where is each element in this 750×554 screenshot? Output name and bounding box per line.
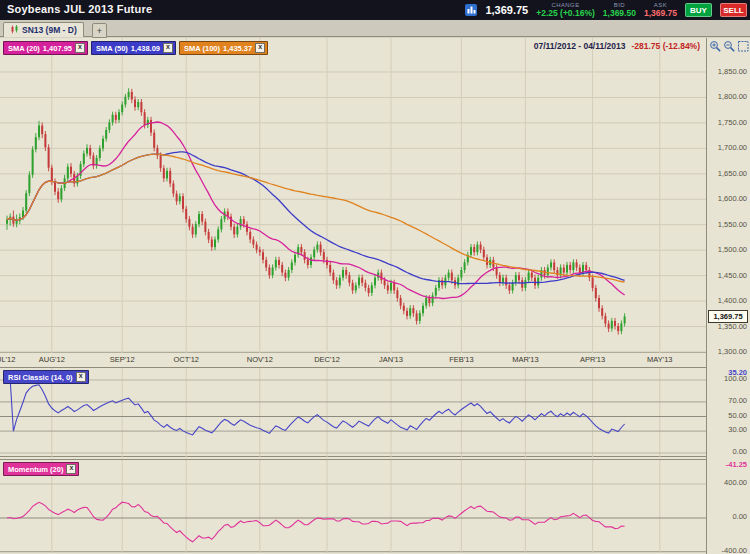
close-icon[interactable]: x [76,372,86,382]
change-value: +2.25 (+0.16%) [536,8,595,18]
bid-value: 1,369.50 [603,8,636,18]
x-axis-label: APR'13 [580,355,605,364]
x-axis-label: JUL'12 [0,355,15,364]
rsi-chart[interactable] [0,368,706,458]
trading-app-window: Soybeans JUL 2013 Future 1,369.75 CHANGE… [0,0,750,554]
ask-group: ASK 1,369.75 [644,2,677,18]
tab-bar: SN13 (9M - D) + [0,20,750,37]
momentum-chart[interactable] [0,460,706,553]
x-axis-label: AUG'12 [39,355,65,364]
add-tab-button[interactable]: + [92,23,107,38]
bid-group: BID 1,369.50 [603,2,636,18]
sma20-chip[interactable]: SMA (20) 1,407.95 x [3,41,88,55]
ask-value: 1,369.75 [644,8,677,18]
sma20-value: 1,407.95 [43,44,72,53]
sma-line [7,152,625,284]
x-axis-label: FEB'13 [449,355,473,364]
axis-label: 1,600.00 [718,195,747,203]
close-icon[interactable]: x [255,43,265,53]
date-range: 07/11/2012 - 04/11/2013 -281.75 (-12.84%… [534,41,700,51]
close-icon[interactable]: x [163,43,173,53]
last-price-tag: 1,369.75 [708,310,748,323]
axis-label: 1,550.00 [718,221,747,229]
x-axis-label: DEC'12 [314,355,340,364]
price-chart[interactable] [0,38,706,353]
zoom-extents-icon[interactable] [737,40,750,53]
x-axis-label: NOV'12 [247,355,273,364]
sell-button[interactable]: SELL [720,3,747,17]
axis-label: 50.00 [728,412,747,420]
axis-label: 1,700.00 [718,144,747,152]
sma50-value: 1,438.09 [131,44,160,53]
zoom-controls [709,40,750,53]
price-pane[interactable]: SMA (20) 1,407.95 x SMA (50) 1,438.09 x … [0,38,706,353]
close-icon[interactable]: x [75,43,85,53]
sma50-chip[interactable]: SMA (50) 1,438.09 x [91,41,176,55]
sma20-name: SMA (20) [8,44,40,53]
close-icon[interactable]: x [66,464,76,474]
axis-label: 1,350.00 [718,323,747,331]
axis-label: 1,450.00 [718,272,747,280]
x-axis: JUL'12AUG'12SEP'12OCT'12NOV'12DEC'12JAN'… [0,353,706,367]
rsi-chip[interactable]: RSI Classic (14, 0) x [3,370,89,384]
indicator-legend: SMA (20) 1,407.95 x SMA (50) 1,438.09 x … [3,41,268,55]
sma100-chip[interactable]: SMA (100) 1,435.37 x [179,41,268,55]
x-axis-label: MAR'13 [512,355,538,364]
x-axis-label: MAY'13 [647,355,672,364]
momentum-line [7,502,625,542]
axis-label: 1,750.00 [718,119,747,127]
zoom-in-icon[interactable] [709,40,722,53]
page-title: Soybeans JUL 2013 Future [7,3,152,15]
x-axis-label: OCT'12 [173,355,199,364]
tab-label: SN13 (9M - D) [22,25,77,35]
tab-sn13[interactable]: SN13 (9M - D) [3,22,84,37]
axis-label: 1,650.00 [718,170,747,178]
x-axis-label: SEP'12 [110,355,135,364]
axis-label: 30.00 [728,426,747,434]
axis-label: 0.00 [732,448,747,456]
zoom-out-icon[interactable] [723,40,736,53]
title-bar: Soybeans JUL 2013 Future 1,369.75 CHANGE… [0,0,750,20]
axis-label: 1,500.00 [718,246,747,254]
axis-label: 400.00 [724,479,747,487]
x-axis-label: JAN'13 [379,355,403,364]
rsi-line [10,380,624,435]
candlestick-series [6,88,626,334]
mini-chart-icon [465,4,477,16]
axis-label: 70.00 [728,397,747,405]
momentum-pane[interactable]: Momentum (20) x [0,459,706,552]
axis-label: 0.00 [732,513,747,521]
axis-label: 100.00 [724,375,747,383]
last-price: 1,369.75 [485,4,528,16]
price-axis-gutter: 1,850.001,800.001,750.001,700.001,650.00… [706,38,750,554]
candlestick-icon [10,25,19,36]
sma100-name: SMA (100) [184,44,220,53]
sma50-name: SMA (50) [96,44,128,53]
change-group: CHANGE +2.25 (+0.16%) [536,2,595,18]
axis-label: -41.25 [726,461,747,469]
quote-strip: 1,369.75 CHANGE +2.25 (+0.16%) BID 1,369… [465,0,747,20]
sma100-value: 1,435.37 [223,44,252,53]
momentum-chip[interactable]: Momentum (20) x [3,462,79,476]
rsi-pane[interactable]: RSI Classic (14, 0) x [0,367,706,457]
axis-label: 1,400.00 [718,297,747,305]
axis-label: 1,300.00 [718,348,747,356]
range-text: 07/11/2012 - 04/11/2013 [534,41,626,51]
rsi-name: RSI Classic (14, 0) [8,373,73,382]
axis-label: 1,850.00 [718,68,747,76]
axis-label: 1,800.00 [718,93,747,101]
chart-area: SMA (20) 1,407.95 x SMA (50) 1,438.09 x … [0,38,750,554]
buy-button[interactable]: BUY [685,3,712,17]
momentum-name: Momentum (20) [8,465,63,474]
axis-label: -400.00 [722,547,747,554]
range-change: -281.75 (-12.84%) [631,41,700,51]
